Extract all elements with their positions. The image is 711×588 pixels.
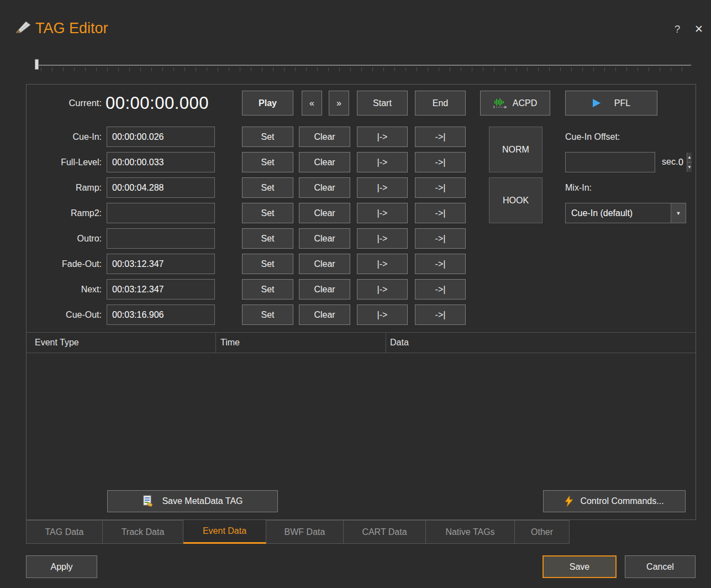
hook-button[interactable]: HOOK (489, 177, 543, 223)
mix-in-label: Mix-In: (565, 183, 592, 193)
offset-unit-label: sec. (662, 157, 678, 167)
fade-out-label: Fade-Out: (27, 254, 102, 274)
ramp-snap-left-button[interactable]: |-> (357, 177, 408, 198)
save-metadata-tag-button[interactable]: Save MetaData TAG (107, 490, 278, 512)
cue-out-set-button[interactable]: Set (242, 305, 293, 325)
cue-out-snap-left-button[interactable]: |-> (357, 305, 408, 325)
outro-snap-left-button[interactable]: |-> (357, 228, 408, 249)
full-level-snap-left-button[interactable]: |-> (357, 152, 408, 172)
ramp2-label: Ramp2: (27, 203, 102, 223)
acpd-button[interactable]: ACPD (480, 91, 550, 116)
full-level-label: Full-Level: (27, 152, 102, 172)
next-time-field[interactable] (107, 279, 215, 300)
cue-in-set-button[interactable]: Set (242, 127, 293, 147)
cue-in-label: Cue-In: (27, 127, 102, 147)
ramp2-snap-right-button[interactable]: ->| (415, 203, 466, 223)
cue-out-clear-button[interactable]: Clear (299, 305, 350, 325)
fade-out-snap-left-button[interactable]: |-> (357, 254, 408, 274)
cue-row-next: Next: Set Clear |-> ->| (27, 279, 696, 300)
cue-in-time-field[interactable] (107, 127, 215, 147)
next-snap-left-button[interactable]: |-> (357, 279, 408, 300)
play-triangle-icon (592, 98, 601, 108)
event-table-header: Event Type Time Data (27, 332, 696, 353)
column-header-data[interactable]: Data (386, 333, 696, 353)
ramp2-set-button[interactable]: Set (242, 203, 293, 223)
editor-panel: Current: 00:00:00.000 Play « » Start End (26, 84, 696, 520)
tab-bar: TAG Data Track Data Event Data BWF Data … (26, 520, 570, 544)
mix-in-value: Cue-In (default) (566, 208, 671, 218)
mix-in-dropdown[interactable]: Cue-In (default) ▼ (565, 203, 686, 223)
cue-in-clear-button[interactable]: Clear (299, 127, 350, 147)
step-back-button[interactable]: « (302, 91, 322, 116)
metadata-tag-icon (142, 495, 154, 507)
lightning-bolt-icon (565, 496, 573, 507)
cue-out-time-field[interactable] (107, 305, 215, 325)
apply-button[interactable]: Apply (26, 555, 97, 578)
cue-out-label: Cue-Out: (27, 305, 102, 325)
goto-end-button[interactable]: End (415, 91, 466, 116)
event-list[interactable] (27, 353, 696, 486)
next-label: Next: (27, 279, 102, 300)
ramp2-snap-left-button[interactable]: |-> (357, 203, 408, 223)
timeline-track[interactable] (39, 65, 691, 66)
cue-row-outro: Outro: Set Clear |-> ->| (27, 228, 696, 249)
ramp-set-button[interactable]: Set (242, 177, 293, 198)
fade-out-clear-button[interactable]: Clear (299, 254, 350, 274)
column-header-time[interactable]: Time (216, 333, 386, 353)
tab-tag-data[interactable]: TAG Data (26, 520, 103, 544)
outro-snap-right-button[interactable]: ->| (415, 228, 466, 249)
help-button[interactable]: ? (671, 23, 684, 35)
tab-track-data[interactable]: Track Data (103, 520, 183, 544)
full-level-time-field[interactable] (107, 152, 215, 172)
chevron-down-icon[interactable]: ▼ (671, 203, 686, 223)
tab-event-data[interactable]: Event Data (183, 520, 266, 544)
full-level-clear-button[interactable]: Clear (299, 152, 350, 172)
tab-bwf-data[interactable]: BWF Data (266, 520, 344, 544)
norm-button[interactable]: NORM (489, 127, 543, 172)
cue-out-snap-right-button[interactable]: ->| (415, 305, 466, 325)
next-set-button[interactable]: Set (242, 279, 293, 300)
play-button[interactable]: Play (242, 91, 293, 116)
cue-row-cue-out: Cue-Out: Set Clear |-> ->| (27, 305, 696, 325)
ramp2-time-field[interactable] (107, 203, 215, 223)
ramp-time-field[interactable] (107, 177, 215, 198)
spinner-up-button[interactable]: ▲ (687, 153, 692, 162)
current-time-label: Current: (27, 91, 102, 116)
cue-in-offset-label: Cue-In Offset: (565, 132, 620, 142)
goto-start-button[interactable]: Start (357, 91, 408, 116)
column-header-event-type[interactable]: Event Type (27, 333, 216, 353)
save-button[interactable]: Save (543, 555, 617, 578)
tab-native-tags[interactable]: Native TAGs (426, 520, 515, 544)
cancel-button[interactable]: Cancel (625, 555, 696, 578)
full-level-snap-right-button[interactable]: ->| (415, 152, 466, 172)
ramp-clear-button[interactable]: Clear (299, 177, 350, 198)
timeline-ticks (41, 67, 691, 71)
ramp-snap-right-button[interactable]: ->| (415, 177, 466, 198)
cue-in-snap-left-button[interactable]: |-> (357, 127, 408, 147)
next-snap-right-button[interactable]: ->| (415, 279, 466, 300)
cue-in-snap-right-button[interactable]: ->| (415, 127, 466, 147)
spinner-down-button[interactable]: ▼ (687, 162, 692, 172)
outro-label: Outro: (27, 228, 102, 249)
timeline-slider-handle[interactable] (35, 59, 39, 70)
spinner-buttons: ▲ ▼ (687, 153, 692, 172)
fade-out-time-field[interactable] (107, 254, 215, 274)
cue-in-offset-spinner: ▲ ▼ (565, 152, 655, 172)
acpd-label: ACPD (513, 98, 537, 108)
fade-out-snap-right-button[interactable]: ->| (415, 254, 466, 274)
tab-cart-data[interactable]: CART Data (344, 520, 426, 544)
ramp2-clear-button[interactable]: Clear (299, 203, 350, 223)
full-level-set-button[interactable]: Set (242, 152, 293, 172)
tag-editor-window: TAG Editor ? ✕ Current: 00:00:00.000 Pla… (0, 0, 711, 588)
outro-clear-button[interactable]: Clear (299, 228, 350, 249)
step-forward-button[interactable]: » (329, 91, 349, 116)
current-time-display: 00:00:00.000 (106, 91, 209, 116)
outro-set-button[interactable]: Set (242, 228, 293, 249)
outro-time-field[interactable] (107, 228, 215, 249)
tab-other[interactable]: Other (515, 520, 570, 544)
control-commands-button[interactable]: Control Commands... (543, 490, 686, 512)
next-clear-button[interactable]: Clear (299, 279, 350, 300)
close-button[interactable]: ✕ (692, 23, 706, 35)
pfl-button[interactable]: PFL (565, 91, 657, 116)
fade-out-set-button[interactable]: Set (242, 254, 293, 274)
